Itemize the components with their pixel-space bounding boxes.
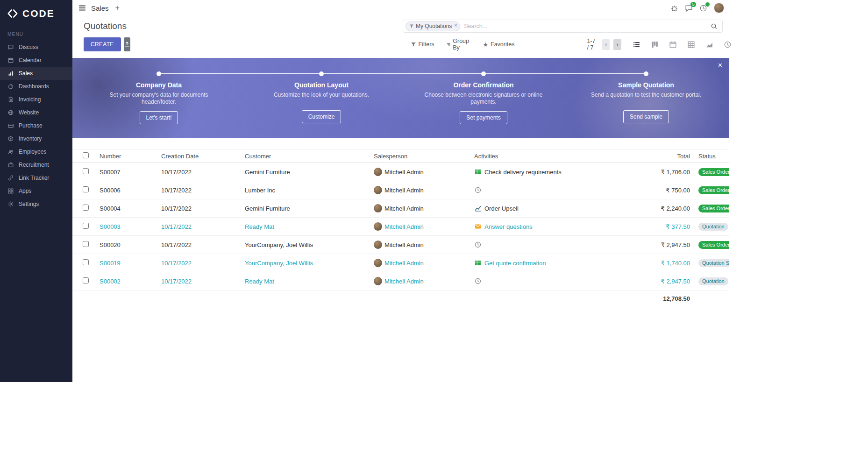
sidebar-item-purchase[interactable]: Purchase bbox=[0, 119, 72, 132]
brand-logo[interactable]: CODE bbox=[0, 0, 72, 28]
table-row[interactable]: S00007 10/17/2022 Gemini Furniture Mitch… bbox=[72, 163, 729, 181]
activities-icon[interactable] bbox=[699, 4, 707, 12]
sidebar-item-dashboards[interactable]: Dashboards bbox=[0, 80, 72, 93]
upload-button[interactable] bbox=[124, 37, 130, 51]
cell-activity[interactable] bbox=[474, 186, 640, 194]
send-sample-button[interactable]: Send sample bbox=[623, 110, 669, 123]
cell-activity[interactable] bbox=[474, 277, 640, 285]
user-avatar[interactable] bbox=[714, 3, 724, 13]
sidebar-item-sales[interactable]: Sales bbox=[0, 67, 72, 80]
activity-view-icon[interactable] bbox=[724, 41, 732, 49]
table-row[interactable]: S00019 10/17/2022 YourCompany, Joel Will… bbox=[72, 254, 729, 272]
row-checkbox[interactable] bbox=[83, 205, 89, 211]
table-row[interactable]: S00004 10/17/2022 Gemini Furniture Mitch… bbox=[72, 199, 729, 218]
cell-activity[interactable] bbox=[474, 241, 640, 248]
close-banner-icon[interactable]: × bbox=[718, 62, 722, 69]
table-row[interactable]: S00020 10/17/2022 YourCompany, Joel Will… bbox=[72, 236, 729, 254]
main-area: Sales + 5 Quotations bbox=[72, 0, 729, 382]
onboarding-step-company-data: Company Data Set your company's data for… bbox=[98, 81, 220, 124]
remove-filter-icon[interactable]: × bbox=[454, 23, 457, 28]
graph-view-icon[interactable] bbox=[705, 41, 713, 49]
cell-activity[interactable]: Check delivery requirements bbox=[474, 168, 640, 176]
brand-name: CODE bbox=[22, 8, 55, 19]
filters-button[interactable]: Filters bbox=[411, 41, 434, 48]
cell-creation-date: 10/17/2022 bbox=[161, 187, 245, 194]
envelope-icon bbox=[474, 223, 482, 230]
calendar-view-icon[interactable] bbox=[669, 41, 677, 49]
table-footer-row: 12,708.50 bbox=[72, 290, 729, 307]
sidebar-item-settings[interactable]: Settings bbox=[0, 198, 72, 211]
column-header-activities[interactable]: Activities bbox=[474, 153, 640, 160]
pager-prev-button[interactable]: ‹ bbox=[602, 39, 610, 50]
column-header-salesperson[interactable]: Salesperson bbox=[374, 153, 474, 160]
cell-number: S00020 bbox=[100, 241, 161, 248]
cell-creation-date: 10/17/2022 bbox=[161, 241, 245, 248]
sidebar-item-label: Invoicing bbox=[19, 96, 41, 103]
app-name[interactable]: Sales bbox=[91, 4, 109, 12]
search-input[interactable] bbox=[464, 23, 711, 29]
row-checkbox[interactable] bbox=[83, 168, 89, 174]
cell-salesperson: Mitchell Admin bbox=[374, 168, 474, 176]
row-checkbox[interactable] bbox=[83, 223, 89, 229]
search-bar[interactable]: My Quotations × bbox=[403, 20, 723, 33]
group-by-button[interactable]: Group By bbox=[447, 38, 471, 51]
search-icon[interactable] bbox=[711, 23, 718, 30]
sidebar-item-label: Link Tracker bbox=[19, 175, 49, 181]
create-button[interactable]: CREATE bbox=[84, 37, 121, 51]
sidebar-item-inventory[interactable]: Inventory bbox=[0, 132, 72, 145]
column-header-total[interactable]: Total bbox=[640, 153, 696, 160]
messages-icon[interactable]: 5 bbox=[685, 4, 693, 12]
activity-label: Get quote confirmation bbox=[484, 260, 546, 267]
list-view-icon[interactable] bbox=[633, 41, 640, 49]
link-icon bbox=[7, 175, 14, 181]
dashboards-icon bbox=[7, 83, 14, 90]
row-checkbox[interactable] bbox=[83, 277, 89, 283]
pivot-view-icon[interactable] bbox=[687, 41, 695, 49]
cell-number: S00007 bbox=[100, 169, 161, 176]
cell-activity[interactable]: Answer questions bbox=[474, 223, 640, 230]
status-badge: Quotation Sent bbox=[698, 259, 729, 267]
sidebar-item-invoicing[interactable]: Invoicing bbox=[0, 93, 72, 106]
cell-number: S00019 bbox=[100, 260, 161, 267]
select-all-checkbox[interactable] bbox=[83, 152, 89, 158]
column-header-customer[interactable]: Customer bbox=[245, 153, 374, 160]
table-row[interactable]: S00002 10/17/2022 Ready Mat Mitchell Adm… bbox=[72, 272, 729, 290]
cell-activity[interactable]: Order Upsell bbox=[474, 205, 640, 212]
set-payments-button[interactable]: Set payments bbox=[460, 111, 507, 124]
row-checkbox[interactable] bbox=[83, 186, 89, 192]
table-row[interactable]: S00003 10/17/2022 Ready Mat Mitchell Adm… bbox=[72, 218, 729, 236]
customize-button[interactable]: Customize bbox=[302, 110, 342, 123]
sidebar-item-label: Settings bbox=[19, 201, 39, 207]
favorites-button[interactable]: ★ Favorites bbox=[483, 41, 514, 48]
table-row[interactable]: S00006 10/17/2022 Lumber Inc Mitchell Ad… bbox=[72, 181, 729, 199]
status-badge: Sales Order bbox=[698, 241, 729, 249]
sidebar: CODE MENU Discuss Calendar Sales Dashboa… bbox=[0, 0, 72, 382]
sidebar-item-employees[interactable]: Employees bbox=[0, 145, 72, 158]
sidebar-item-link-tracker[interactable]: Link Tracker bbox=[0, 171, 72, 184]
search-filter-chip[interactable]: My Quotations × bbox=[406, 21, 460, 31]
menu-toggle-icon[interactable] bbox=[78, 4, 86, 12]
sidebar-item-discuss[interactable]: Discuss bbox=[0, 41, 72, 54]
column-header-creation-date[interactable]: Creation Date bbox=[161, 153, 245, 160]
salesperson-name: Mitchell Admin bbox=[384, 223, 424, 230]
column-header-number[interactable]: Number bbox=[100, 153, 161, 160]
bug-icon[interactable] bbox=[670, 4, 678, 12]
step-title: Sample Quotation bbox=[585, 81, 707, 89]
sidebar-item-label: Apps bbox=[19, 188, 31, 194]
row-checkbox[interactable] bbox=[83, 241, 89, 247]
sidebar-item-website[interactable]: Website bbox=[0, 106, 72, 119]
cell-customer: YourCompany, Joel Willis bbox=[245, 260, 374, 267]
sidebar-item-apps[interactable]: Apps bbox=[0, 184, 72, 198]
lets-start-button[interactable]: Let's start! bbox=[140, 111, 178, 124]
column-header-status[interactable]: Status bbox=[696, 153, 729, 160]
kanban-view-icon[interactable] bbox=[651, 41, 659, 49]
sidebar-item-calendar[interactable]: Calendar bbox=[0, 54, 72, 67]
cell-activity[interactable]: Get quote confirmation bbox=[474, 259, 640, 267]
activities-badge bbox=[705, 2, 710, 7]
pager-next-button[interactable]: › bbox=[613, 39, 621, 50]
row-checkbox[interactable] bbox=[83, 259, 89, 265]
sidebar-item-recruitment[interactable]: Recruitment bbox=[0, 158, 72, 171]
add-tab-icon[interactable]: + bbox=[115, 4, 120, 12]
step-dot bbox=[644, 71, 648, 76]
topbar-right: 5 bbox=[670, 3, 724, 13]
